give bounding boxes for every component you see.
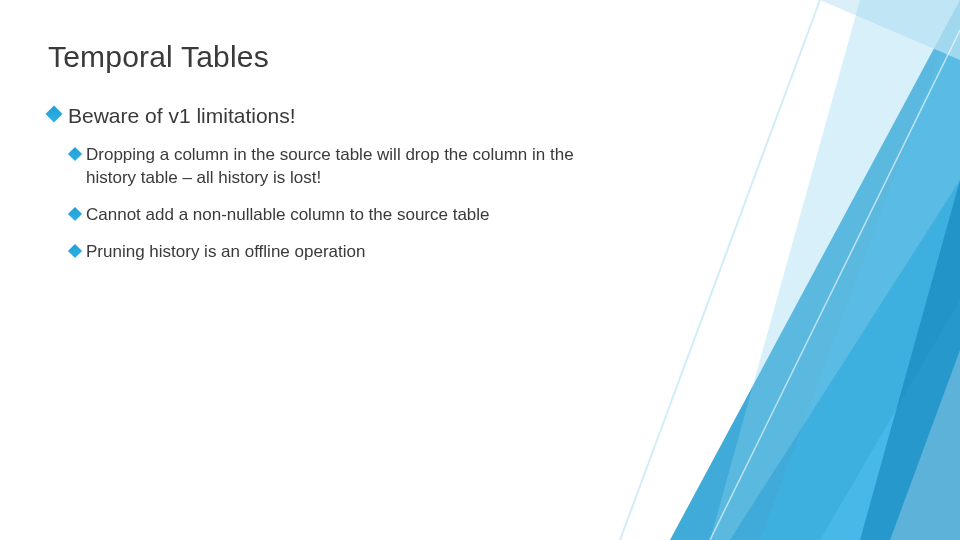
diamond-bullet-icon: [46, 106, 63, 123]
svg-marker-2: [820, 0, 960, 540]
diamond-bullet-icon: [68, 207, 82, 221]
diamond-bullet-icon: [68, 244, 82, 258]
bullet-text: Pruning history is an offline operation: [86, 241, 365, 264]
svg-marker-5: [860, 180, 960, 540]
bullet-level2: Dropping a column in the source table wi…: [70, 144, 610, 190]
bullet-level1: Beware of v1 limitations!: [48, 102, 700, 130]
diamond-bullet-icon: [68, 147, 82, 161]
bullet-text: Beware of v1 limitations!: [68, 102, 296, 130]
bullet-text: Dropping a column in the source table wi…: [86, 144, 610, 190]
slide-title: Temporal Tables: [48, 40, 700, 74]
slide: Temporal Tables Beware of v1 limitations…: [0, 0, 960, 540]
svg-marker-1: [760, 0, 960, 540]
svg-marker-6: [890, 350, 960, 540]
bullet-text: Cannot add a non-nullable column to the …: [86, 204, 490, 227]
svg-marker-4: [710, 0, 960, 540]
svg-marker-0: [670, 0, 960, 540]
bullet-level2: Pruning history is an offline operation: [70, 241, 610, 264]
content-area: Temporal Tables Beware of v1 limitations…: [48, 40, 700, 278]
svg-line-8: [710, 30, 960, 540]
bullet-level2: Cannot add a non-nullable column to the …: [70, 204, 610, 227]
svg-marker-3: [820, 0, 960, 60]
